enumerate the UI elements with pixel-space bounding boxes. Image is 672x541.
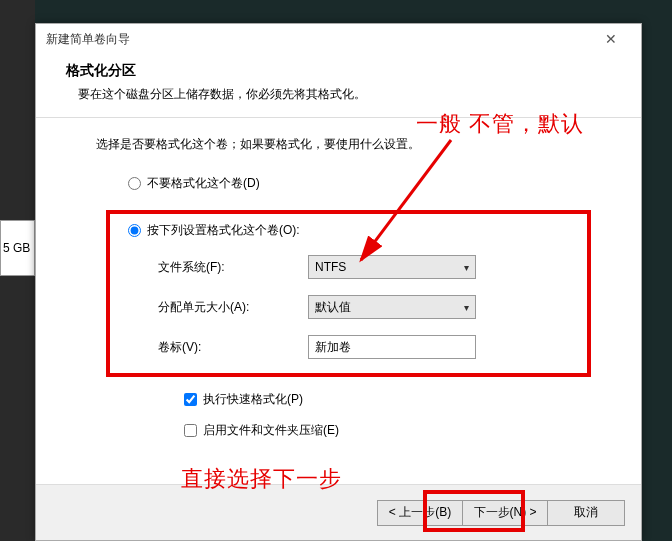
header-description: 要在这个磁盘分区上储存数据，你必须先将其格式化。 — [66, 86, 611, 103]
quick-format-label: 执行快速格式化(P) — [203, 391, 303, 408]
compression-checkbox[interactable]: 启用文件和文件夹压缩(E) — [184, 422, 601, 439]
annotation-red-box: 按下列设置格式化这个卷(O): 文件系统(F): NTFS ▾ 分配单元大小(A… — [106, 210, 591, 377]
compression-label: 启用文件和文件夹压缩(E) — [203, 422, 339, 439]
next-highlight-box — [423, 490, 525, 532]
radio-no-format-input[interactable] — [128, 177, 141, 190]
dialog-content: 选择是否要格式化这个卷；如果要格式化，要使用什么设置。 不要格式化这个卷(D) … — [36, 118, 641, 447]
dialog-header: 格式化分区 要在这个磁盘分区上储存数据，你必须先将其格式化。 — [36, 54, 641, 117]
chevron-down-icon: ▾ — [464, 302, 469, 313]
radio-no-format[interactable]: 不要格式化这个卷(D) — [128, 175, 601, 192]
filesystem-row: 文件系统(F): NTFS ▾ — [158, 255, 569, 279]
cancel-button[interactable]: 取消 — [547, 500, 625, 526]
dialog-title: 新建简单卷向导 — [46, 31, 130, 48]
quick-format-input[interactable] — [184, 393, 197, 406]
allocation-select[interactable]: 默认值 ▾ — [308, 295, 476, 319]
volume-label-value: 新加卷 — [315, 339, 351, 356]
wizard-dialog: 新建简单卷向导 ✕ 格式化分区 要在这个磁盘分区上储存数据，你必须先将其格式化。… — [35, 23, 642, 541]
annotation-text-2: 直接选择下一步 — [181, 464, 342, 494]
quick-format-checkbox[interactable]: 执行快速格式化(P) — [184, 391, 601, 408]
close-button[interactable]: ✕ — [591, 27, 631, 51]
radio-format-input[interactable] — [128, 224, 141, 237]
allocation-value: 默认值 — [315, 299, 351, 316]
volume-label-label: 卷标(V): — [158, 339, 308, 356]
volume-label-row: 卷标(V): 新加卷 — [158, 335, 569, 359]
volume-label-input[interactable]: 新加卷 — [308, 335, 476, 359]
bg-disk-fragment: 5 GB — [0, 220, 35, 276]
radio-no-format-label: 不要格式化这个卷(D) — [147, 175, 260, 192]
chevron-down-icon: ▾ — [464, 262, 469, 273]
annotation-text-1: 一般 不管，默认 — [416, 109, 584, 139]
compression-input[interactable] — [184, 424, 197, 437]
filesystem-label: 文件系统(F): — [158, 259, 308, 276]
header-heading: 格式化分区 — [66, 62, 611, 80]
radio-format-label: 按下列设置格式化这个卷(O): — [147, 222, 300, 239]
allocation-row: 分配单元大小(A): 默认值 ▾ — [158, 295, 569, 319]
close-icon: ✕ — [605, 31, 617, 47]
filesystem-value: NTFS — [315, 260, 346, 274]
filesystem-select[interactable]: NTFS ▾ — [308, 255, 476, 279]
allocation-label: 分配单元大小(A): — [158, 299, 308, 316]
radio-format[interactable]: 按下列设置格式化这个卷(O): — [128, 222, 569, 239]
titlebar: 新建简单卷向导 ✕ — [36, 24, 641, 54]
